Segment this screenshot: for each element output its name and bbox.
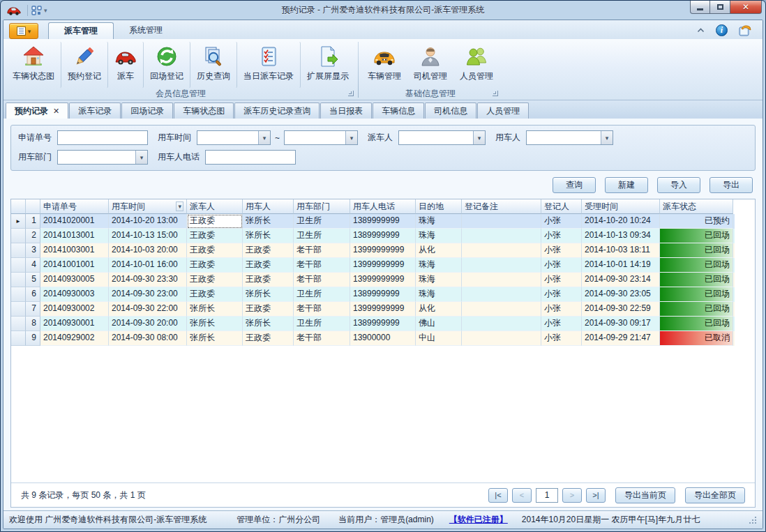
- column-header[interactable]: 派车人: [187, 199, 243, 214]
- doc-tab[interactable]: 当日报表: [320, 102, 372, 119]
- table-cell[interactable]: 王政委: [187, 229, 243, 243]
- table-row[interactable]: 8201409300012014-09-30 20:00张所长张所长卫生所138…: [11, 317, 735, 331]
- table-cell[interactable]: [462, 302, 541, 317]
- query-button[interactable]: 查询: [553, 177, 596, 193]
- table-cell[interactable]: 王政委: [187, 214, 243, 229]
- ribbon-button[interactable]: 当日派车记录: [237, 42, 301, 88]
- table-cell[interactable]: 张所长: [243, 214, 294, 229]
- license-link[interactable]: 【软件已注册】: [449, 514, 508, 526]
- table-cell[interactable]: 1389999999: [350, 287, 416, 302]
- dialog-launcher-icon[interactable]: [348, 91, 354, 96]
- table-cell[interactable]: 小张: [541, 229, 582, 243]
- user-combo[interactable]: ▾: [526, 130, 613, 145]
- page-number-input[interactable]: [536, 488, 558, 503]
- table-cell[interactable]: 2014-10-01 16:00: [109, 258, 187, 273]
- table-cell[interactable]: 2014-10-03 20:00: [109, 243, 187, 258]
- table-cell[interactable]: 小张: [541, 273, 582, 287]
- chevron-down-icon[interactable]: ▾: [345, 131, 357, 144]
- column-header[interactable]: [26, 199, 40, 214]
- table-cell[interactable]: 13999999999: [350, 243, 416, 258]
- user-phone-input[interactable]: [205, 150, 296, 165]
- column-header[interactable]: 受理时间: [582, 199, 660, 214]
- table-row[interactable]: 5201409300052014-09-30 23:30王政委王政委老干部139…: [11, 273, 735, 287]
- chevron-down-icon[interactable]: ▾: [258, 131, 270, 144]
- ribbon-button[interactable]: 预约登记: [61, 42, 108, 88]
- export-button[interactable]: 导出: [709, 177, 753, 193]
- department-combo[interactable]: ▾: [57, 150, 148, 165]
- table-cell[interactable]: 王政委: [187, 258, 243, 273]
- table-cell[interactable]: 珠海: [416, 287, 462, 302]
- table-cell[interactable]: 老干部: [294, 302, 350, 317]
- table-cell[interactable]: 小张: [541, 214, 582, 229]
- table-cell[interactable]: 王政委: [187, 287, 243, 302]
- table-cell[interactable]: [462, 273, 541, 287]
- chevron-down-icon[interactable]: ▾: [601, 131, 613, 144]
- column-header[interactable]: 申请单号: [40, 199, 109, 214]
- ribbon-button[interactable]: 历史查询: [190, 42, 237, 88]
- row-selector-cell[interactable]: ►: [11, 214, 26, 229]
- table-cell[interactable]: 张所长: [187, 331, 243, 346]
- maximize-button[interactable]: [710, 1, 730, 14]
- help-icon[interactable]: [739, 24, 751, 36]
- ribbon-button[interactable]: 人员管理: [453, 42, 500, 88]
- row-selector-cell[interactable]: [11, 273, 26, 287]
- table-cell[interactable]: 2014-10-01 14:19: [582, 258, 660, 273]
- chevron-down-icon[interactable]: ▾: [135, 151, 147, 164]
- table-cell[interactable]: 20141020001: [40, 214, 109, 229]
- table-cell[interactable]: 1389999999: [350, 317, 416, 331]
- table-cell[interactable]: 珠海: [416, 229, 462, 243]
- new-button[interactable]: 新建: [605, 177, 648, 193]
- table-cell[interactable]: 王政委: [187, 243, 243, 258]
- table-row[interactable]: 9201409290022014-09-30 08:00张所长王政委老干部139…: [11, 331, 735, 346]
- table-cell[interactable]: 20141013001: [40, 229, 109, 243]
- app-menu-button[interactable]: ▾: [9, 23, 38, 39]
- column-header[interactable]: [11, 199, 26, 214]
- column-header[interactable]: 登记备注: [462, 199, 541, 214]
- table-cell[interactable]: 王政委: [243, 243, 294, 258]
- application-no-input[interactable]: [57, 130, 148, 145]
- table-cell[interactable]: 王政委: [187, 273, 243, 287]
- table-cell[interactable]: 13999999999: [350, 258, 416, 273]
- table-cell[interactable]: 老干部: [294, 243, 350, 258]
- table-cell[interactable]: 2014-10-20 13:00: [109, 214, 187, 229]
- table-cell[interactable]: 王政委: [243, 273, 294, 287]
- table-cell[interactable]: 2014-09-30 23:00: [109, 287, 187, 302]
- table-cell[interactable]: 1389999999: [350, 214, 416, 229]
- row-selector-cell[interactable]: [11, 287, 26, 302]
- table-cell[interactable]: 小张: [541, 287, 582, 302]
- table-cell[interactable]: 张所长: [187, 302, 243, 317]
- table-row[interactable]: 3201410030012014-10-03 20:00王政委王政委老干部139…: [11, 243, 735, 258]
- last-page-button[interactable]: >|: [586, 488, 606, 503]
- table-cell[interactable]: 小张: [541, 331, 582, 346]
- table-cell[interactable]: 小张: [541, 302, 582, 317]
- table-cell[interactable]: 2014-09-30 20:00: [109, 317, 187, 331]
- column-header[interactable]: 目的地: [416, 199, 462, 214]
- column-header[interactable]: 用车人: [243, 199, 294, 214]
- column-header[interactable]: 用车人电话: [350, 199, 416, 214]
- table-cell[interactable]: 珠海: [416, 214, 462, 229]
- title-bar[interactable]: ▾ 预约记录 - 广州爱奇迪软件科技有限公司-派车管理系统 ✕: [3, 1, 763, 20]
- table-row[interactable]: 4201410010012014-10-01 16:00王政委王政委老干部139…: [11, 258, 735, 273]
- table-cell[interactable]: 小张: [541, 258, 582, 273]
- table-cell[interactable]: 2014-09-30 23:05: [582, 287, 660, 302]
- table-cell[interactable]: 2014-09-30 23:14: [582, 273, 660, 287]
- table-cell[interactable]: 20141003001: [40, 243, 109, 258]
- table-cell[interactable]: 13999999999: [350, 302, 416, 317]
- use-time-from-combo[interactable]: ▾: [197, 130, 271, 145]
- table-cell[interactable]: 卫生所: [294, 317, 350, 331]
- ribbon-button[interactable]: 车辆状态图: [6, 42, 61, 88]
- table-cell[interactable]: [462, 229, 541, 243]
- table-cell[interactable]: 2014-09-30 09:17: [582, 317, 660, 331]
- collapse-ribbon-icon[interactable]: [697, 28, 705, 33]
- row-selector-cell[interactable]: [11, 243, 26, 258]
- table-cell[interactable]: 2014-09-30 22:00: [109, 302, 187, 317]
- doc-tab[interactable]: 司机信息: [425, 102, 476, 119]
- row-selector-cell[interactable]: [11, 302, 26, 317]
- first-page-button[interactable]: |<: [488, 488, 508, 503]
- table-cell[interactable]: 2014-09-30 23:30: [109, 273, 187, 287]
- ribbon-button[interactable]: 车辆管理: [361, 42, 407, 88]
- row-selector-cell[interactable]: [11, 331, 26, 346]
- table-cell[interactable]: 20140930001: [40, 317, 109, 331]
- table-cell[interactable]: 张所长: [243, 287, 294, 302]
- table-cell[interactable]: [462, 317, 541, 331]
